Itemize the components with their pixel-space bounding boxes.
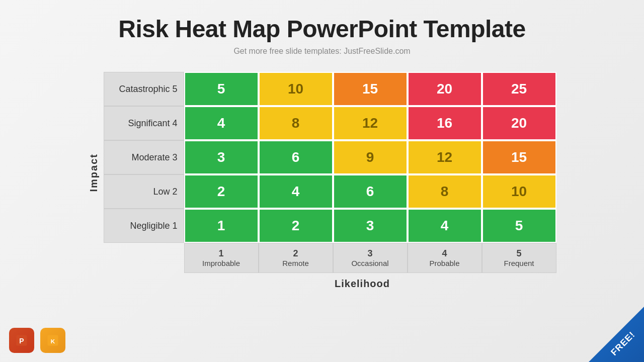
grid-cell: 25 [482, 72, 556, 106]
col-header-num: 1 [218, 248, 223, 259]
likelihood-label: Likelihood [335, 278, 390, 290]
grid-cell: 9 [333, 140, 408, 174]
grid-cell: 20 [482, 106, 556, 140]
grid-cell: 2 [259, 209, 333, 243]
powerpoint-icon[interactable]: P [9, 328, 34, 353]
table-row: Low 2246810 [104, 174, 556, 209]
table-container: Catastrophic 5510152025Significant 44812… [104, 72, 556, 273]
col-header-label: Remote [282, 259, 309, 267]
page-wrapper: Risk Heat Map PowerPoint Template Get mo… [0, 0, 644, 362]
grid-cell: 12 [408, 140, 482, 174]
col-header-label: Probable [429, 259, 459, 267]
svg-text:K: K [51, 338, 55, 344]
grid-cell: 4 [184, 106, 259, 140]
col-header-label: Improbable [202, 259, 240, 267]
grid-cell: 2 [184, 174, 259, 209]
grid-cell: 10 [259, 72, 333, 106]
table-row: Catastrophic 5510152025 [104, 72, 556, 106]
col-header-label: Occasional [351, 259, 388, 267]
grid-cell: 10 [482, 174, 556, 209]
grid-cell: 5 [184, 72, 259, 106]
col-headers: 1Improbable2Remote3Occasional4Probable5F… [104, 243, 556, 273]
page-subtitle: Get more free slide templates: JustFreeS… [233, 47, 410, 56]
grid-cell: 20 [408, 72, 482, 106]
col-header-label: Frequent [504, 259, 534, 267]
grid-cell: 1 [184, 209, 259, 243]
table-row: Negligible 112345 [104, 209, 556, 243]
table-row: Significant 448121620 [104, 106, 556, 140]
keynote-icon[interactable]: K [40, 328, 65, 353]
page-title: Risk Heat Map PowerPoint Template [118, 15, 525, 43]
col-header-num: 5 [516, 248, 521, 259]
grid-cell: 12 [333, 106, 408, 140]
grid-wrapper: Catastrophic 5510152025Significant 44812… [104, 72, 556, 243]
impact-label: Impact [88, 153, 100, 192]
col-header-cell: 2Remote [259, 243, 333, 273]
row-label: Significant 4 [104, 106, 184, 140]
grid-cell: 4 [259, 174, 333, 209]
col-header-num: 2 [293, 248, 298, 259]
bottom-icons: P K [9, 328, 65, 353]
col-header-num: 4 [442, 248, 447, 259]
grid-cell: 6 [333, 174, 408, 209]
col-header-num: 3 [367, 248, 372, 259]
svg-text:P: P [19, 337, 24, 345]
col-header-cell: 1Improbable [184, 243, 259, 273]
table-row: Moderate 33691215 [104, 140, 556, 174]
row-label: Catastrophic 5 [104, 72, 184, 106]
free-badge-text: FREE! [609, 329, 637, 358]
grid-cell: 15 [482, 140, 556, 174]
free-badge: FREE! [589, 307, 644, 362]
grid-cell: 4 [408, 209, 482, 243]
grid-cell: 15 [333, 72, 408, 106]
col-header-spacer [104, 243, 184, 273]
grid-cell: 16 [408, 106, 482, 140]
row-label: Low 2 [104, 174, 184, 209]
row-label: Negligible 1 [104, 209, 184, 243]
col-header-cell: 5Frequent [482, 243, 556, 273]
col-header-cell: 4Probable [408, 243, 482, 273]
row-label: Moderate 3 [104, 140, 184, 174]
grid-cell: 8 [259, 106, 333, 140]
grid-cell: 8 [408, 174, 482, 209]
grid-cell: 5 [482, 209, 556, 243]
grid-cell: 3 [333, 209, 408, 243]
grid-cell: 3 [184, 140, 259, 174]
col-header-cell: 3Occasional [333, 243, 408, 273]
chart-area: Impact Catastrophic 5510152025Significan… [88, 72, 556, 273]
grid-cell: 6 [259, 140, 333, 174]
